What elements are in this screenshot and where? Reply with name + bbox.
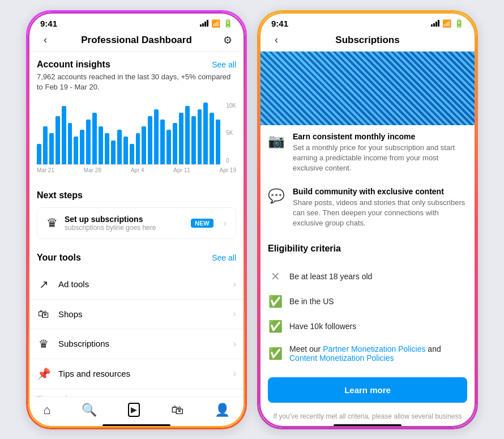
status-bar-right: 9:41 📶 🔋 (259, 12, 476, 31)
tools-item-tips[interactable]: 📌 Tips and resources › (28, 359, 245, 389)
age-check-icon: ✕ (268, 270, 283, 283)
shops-label: Shops (58, 309, 225, 319)
wifi-icon-right: 📶 (442, 19, 451, 28)
bottom-nav-left: ⌂ 🔍 ▶ 🛍 👤 (28, 397, 245, 421)
tools-item-shops[interactable]: 🛍 Shops › (28, 300, 245, 329)
income-icon: 📷 (268, 133, 285, 149)
insights-header: Account insights See all (37, 59, 236, 70)
feature-income-content: Earn consistent monthly income Set a mon… (293, 132, 467, 174)
wifi-icon: 📶 (211, 19, 220, 28)
chart-bar (86, 120, 91, 164)
learn-more-button[interactable]: Learn more (268, 377, 467, 403)
chart-bar (210, 113, 214, 164)
chart-bar (80, 130, 84, 164)
followers-text: Have 10k followers (289, 322, 356, 331)
nsi-subtitle: subscriptions byline goes here (65, 224, 184, 232)
left-phone: 9:41 📶 🔋 ‹ Professional Dashboard ⚙ (26, 10, 247, 429)
status-time-left: 9:41 (40, 19, 57, 28)
chart-bar (117, 130, 122, 164)
nav-bar-right: ‹ Subscriptions ⚙ (259, 31, 476, 52)
chart-y-labels: 10K 5K 0 (226, 103, 236, 165)
status-bar-left: 9:41 📶 🔋 (28, 12, 245, 31)
chart-bar (123, 137, 128, 164)
chart-bar (105, 133, 109, 164)
chart-bar (198, 109, 202, 164)
age-text: Be at least 18 years old (289, 272, 372, 281)
policies-check-icon: ✅ (268, 347, 283, 360)
adtools-icon: ↗ (37, 278, 50, 291)
chart-bar (43, 126, 48, 164)
chart-x-mar28: Mar 28 (84, 167, 101, 173)
battery-icon: 🔋 (223, 19, 233, 28)
status-time-right: 9:41 (271, 19, 288, 28)
tips-icon: 📌 (37, 367, 50, 381)
chart-bar (99, 126, 103, 164)
tools-title: Your tools (37, 253, 81, 263)
bottom-nav-profile[interactable]: 👤 (215, 403, 230, 417)
chart-bar (49, 133, 54, 164)
next-steps-item-subscriptions[interactable]: ♛ Set up subscriptions subscriptions byl… (37, 207, 236, 239)
chart-bar (203, 103, 208, 164)
us-text: Be in the US (289, 297, 334, 306)
chart-x-mar21: Mar 21 (37, 167, 54, 173)
chevron-shops: › (233, 309, 236, 319)
left-screen-content: Account insights See all 7,962 accounts … (28, 52, 245, 397)
reels-icon: ▶ (128, 403, 140, 417)
new-badge: NEW (191, 219, 213, 228)
chart-y-5k: 5K (226, 130, 236, 136)
chart-bar (62, 106, 66, 164)
signal-icon-right (431, 20, 439, 27)
feature-item-income: 📷 Earn consistent monthly income Set a m… (259, 125, 476, 181)
settings-icon-left[interactable]: ⚙ (219, 34, 236, 46)
tools-item-adtools[interactable]: ↗ Ad tools › (28, 270, 245, 300)
tips-label: Tips and resources (58, 369, 225, 378)
eligibility-item-age: ✕ Be at least 18 years old (259, 264, 476, 289)
page-title-right: Subscriptions (285, 35, 450, 46)
chevron-tips: › (233, 369, 236, 379)
back-button-right[interactable]: ‹ (268, 34, 285, 46)
subscription-hero-image (259, 52, 476, 125)
chevron-adtools: › (233, 279, 236, 289)
content-policy-link[interactable]: Content Monetization Policies (289, 353, 394, 363)
chart-y-10k: 10K (226, 103, 236, 109)
chart-x-labels: Mar 21 Mar 28 Apr 4 Apr 11 Apr 19 (37, 165, 236, 176)
search-icon: 🔍 (82, 403, 97, 417)
chart-bar (142, 126, 146, 164)
chart-bar (160, 120, 165, 164)
chart-bar (68, 123, 72, 164)
signal-icon (200, 20, 208, 27)
chart-bar (37, 144, 41, 164)
home-icon: ⌂ (43, 403, 50, 417)
eligibility-item-policies: ✅ Meet our Partner Monetization Policies… (259, 339, 476, 368)
chart-bar (55, 116, 60, 164)
chart-bar (166, 130, 171, 164)
home-indicator-left (102, 424, 170, 427)
right-phone: 9:41 📶 🔋 ‹ Subscriptions ⚙ (257, 10, 478, 429)
bottom-nav-shop[interactable]: 🛍 (171, 403, 183, 417)
bottom-nav-home[interactable]: ⌂ (43, 403, 50, 417)
subscriptions-icon-tools: ♛ (37, 337, 50, 351)
nsi-title: Set up subscriptions (65, 215, 184, 224)
partner-policy-link[interactable]: Partner Monetization Policies (323, 344, 425, 353)
insights-see-all[interactable]: See all (212, 60, 236, 69)
back-button-left[interactable]: ‹ (37, 34, 54, 46)
tools-section: Your tools See all (28, 245, 245, 270)
tools-header: Your tools See all (37, 253, 236, 263)
community-description: Share posts, videos and stories that onl… (293, 198, 467, 229)
bottom-nav-reels[interactable]: ▶ (128, 403, 140, 417)
chevron-subscriptions: › (233, 339, 236, 349)
right-screen-content: 📷 Earn consistent monthly income Set a m… (259, 52, 476, 421)
account-insights-section: Account insights See all 7,962 accounts … (28, 52, 245, 103)
followers-check-icon: ✅ (268, 319, 283, 333)
adtools-label: Ad tools (58, 279, 225, 289)
eligibility-item-us: ✅ Be in the US (259, 289, 476, 314)
tools-item-subscriptions[interactable]: ♛ Subscriptions › (28, 329, 245, 359)
tools-see-all[interactable]: See all (212, 253, 236, 262)
community-icon: 💬 (268, 188, 285, 204)
bottom-nav-search[interactable]: 🔍 (82, 403, 97, 417)
chart-x-apr19: Apr 19 (220, 167, 236, 173)
subscriptions-icon-nsi: ♛ (46, 216, 58, 231)
shops-icon: 🛍 (37, 308, 50, 321)
income-description: Set a monthly price for your subscriptio… (293, 143, 467, 174)
eligibility-section: Eligibility criteria (259, 236, 476, 264)
